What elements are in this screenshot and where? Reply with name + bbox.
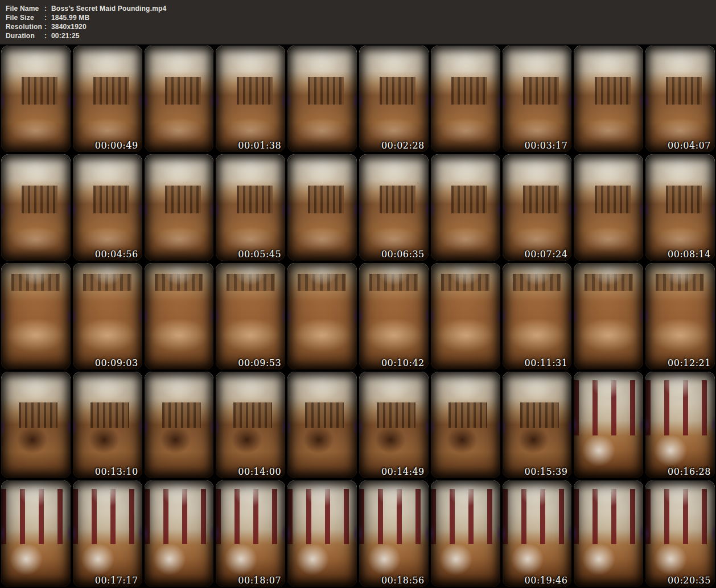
timestamp-label: 00:08:14 — [668, 249, 711, 260]
thumbnail-row: 00:00:4900:01:3800:02:2800:03:1700:04:07 — [0, 44, 716, 153]
video-thumbnail: 00:11:31 — [503, 263, 572, 369]
video-thumbnail — [145, 372, 214, 478]
video-thumbnail: 00:07:24 — [503, 154, 572, 261]
timestamp-label: 00:01:38 — [238, 140, 281, 151]
video-thumbnail: 00:14:49 — [359, 372, 429, 478]
video-thumbnail: 00:10:42 — [359, 263, 429, 369]
resolution-label: Resolution — [6, 23, 44, 31]
duration-label: Duration — [6, 32, 44, 40]
video-thumbnail — [574, 154, 643, 261]
video-thumbnail — [574, 263, 643, 369]
timestamp-label: 00:09:03 — [95, 357, 138, 368]
duration-row: Duration : 00:21:25 — [6, 31, 716, 40]
video-thumbnail — [1, 372, 71, 478]
video-thumbnail — [574, 480, 643, 587]
timestamp-label: 00:09:53 — [238, 357, 281, 368]
timestamp-label: 00:18:07 — [238, 575, 281, 586]
timestamp-label: 00:15:39 — [525, 466, 568, 477]
timestamp-label: 00:19:46 — [525, 575, 568, 586]
file-size-value: 1845.99 MB — [51, 14, 89, 22]
timestamp-label: 00:20:35 — [668, 575, 711, 586]
meta-separator: : — [44, 14, 51, 22]
timestamp-label: 00:04:07 — [668, 140, 711, 151]
duration-value: 00:21:25 — [51, 32, 80, 40]
video-thumbnail — [145, 480, 214, 587]
video-thumbnail — [431, 46, 500, 152]
thumbnail-row: 00:13:1000:14:0000:14:4900:15:3900:16:28 — [0, 371, 716, 479]
video-thumbnail: 00:04:56 — [73, 154, 142, 261]
video-thumbnail: 00:00:49 — [73, 46, 142, 152]
meta-separator: : — [44, 32, 51, 40]
resolution-value: 3840x1920 — [51, 23, 87, 31]
timestamp-label: 00:02:28 — [381, 140, 425, 151]
video-thumbnail — [431, 480, 500, 587]
video-thumbnail — [287, 480, 357, 587]
video-thumbnail — [145, 46, 214, 152]
timestamp-label: 00:13:10 — [95, 466, 138, 477]
timestamp-label: 00:03:17 — [525, 140, 568, 151]
thumbnail-grid: 00:00:4900:01:3800:02:2800:03:1700:04:07… — [0, 44, 716, 588]
timestamp-label: 00:00:49 — [95, 140, 138, 151]
video-thumbnail: 00:06:35 — [359, 154, 429, 261]
timestamp-label: 00:14:49 — [381, 466, 425, 477]
video-thumbnail: 00:05:45 — [216, 154, 285, 261]
video-thumbnail — [431, 154, 500, 261]
timestamp-label: 00:05:45 — [238, 249, 281, 260]
meta-separator: : — [44, 23, 51, 31]
video-thumbnail — [287, 372, 357, 478]
video-thumbnail: 00:15:39 — [503, 372, 572, 478]
video-thumbnail — [1, 480, 71, 587]
timestamp-label: 00:12:21 — [668, 357, 711, 368]
resolution-row: Resolution : 3840x1920 — [6, 22, 716, 31]
file-size-label: File Size — [6, 14, 44, 22]
video-thumbnail — [287, 263, 357, 369]
video-thumbnail — [1, 154, 71, 261]
video-thumbnail — [145, 154, 214, 261]
video-thumbnail: 00:19:46 — [503, 480, 572, 587]
video-thumbnail — [431, 372, 500, 478]
video-thumbnail: 00:12:21 — [645, 263, 715, 369]
video-thumbnail — [145, 263, 214, 369]
video-thumbnail: 00:01:38 — [216, 46, 285, 152]
thumbnail-row: 00:17:1700:18:0700:18:5600:19:4600:20:35 — [0, 479, 716, 588]
video-thumbnail — [287, 46, 357, 152]
file-name-label: File Name — [6, 5, 44, 13]
video-thumbnail: 00:14:00 — [216, 372, 285, 478]
video-thumbnail: 00:08:14 — [645, 154, 715, 261]
video-thumbnail — [287, 154, 357, 261]
file-name-row: File Name : Boss’s Secret Maid Pounding.… — [6, 4, 716, 13]
video-thumbnail: 00:20:35 — [645, 480, 715, 587]
video-thumbnail: 00:18:56 — [359, 480, 429, 587]
video-thumbnail: 00:17:17 — [73, 480, 142, 587]
video-thumbnail: 00:03:17 — [503, 46, 572, 152]
meta-separator: : — [44, 5, 51, 13]
video-thumbnail — [574, 372, 643, 478]
video-thumbnail — [1, 263, 71, 369]
video-thumbnail: 00:09:03 — [73, 263, 142, 369]
timestamp-label: 00:17:17 — [95, 575, 138, 586]
timestamp-label: 00:11:31 — [525, 357, 568, 368]
timestamp-label: 00:07:24 — [525, 249, 568, 260]
file-name-value: Boss’s Secret Maid Pounding.mp4 — [51, 5, 166, 13]
video-thumbnail: 00:16:28 — [645, 372, 715, 478]
video-thumbnail — [431, 263, 500, 369]
thumbnail-row: 00:09:0300:09:5300:10:4200:11:3100:12:21 — [0, 262, 716, 371]
video-thumbnail: 00:09:53 — [216, 263, 285, 369]
timestamp-label: 00:14:00 — [238, 466, 281, 477]
file-size-row: File Size : 1845.99 MB — [6, 13, 716, 22]
timestamp-label: 00:10:42 — [381, 357, 425, 368]
video-thumbnail: 00:02:28 — [359, 46, 429, 152]
timestamp-label: 00:18:56 — [381, 575, 425, 586]
video-thumbnail: 00:18:07 — [216, 480, 285, 587]
timestamp-label: 00:04:56 — [95, 249, 138, 260]
contact-sheet: File Name : Boss’s Secret Maid Pounding.… — [0, 0, 716, 588]
file-info-header: File Name : Boss’s Secret Maid Pounding.… — [0, 0, 716, 44]
video-thumbnail: 00:04:07 — [645, 46, 715, 152]
video-thumbnail: 00:13:10 — [73, 372, 142, 478]
video-thumbnail — [1, 46, 71, 152]
thumbnail-row: 00:04:5600:05:4500:06:3500:07:2400:08:14 — [0, 153, 716, 262]
timestamp-label: 00:06:35 — [381, 249, 425, 260]
timestamp-label: 00:16:28 — [668, 466, 711, 477]
video-thumbnail — [574, 46, 643, 152]
